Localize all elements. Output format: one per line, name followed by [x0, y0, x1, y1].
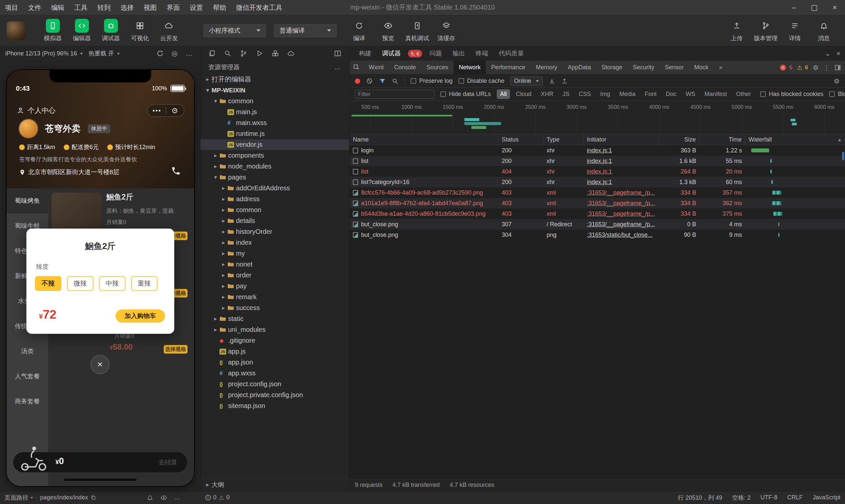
spice-option[interactable]: 微辣: [67, 276, 93, 291]
column-header-Time[interactable]: Time: [700, 134, 745, 145]
user-avatar[interactable]: [6, 21, 25, 40]
call-store-button[interactable]: [171, 166, 181, 176]
language-mode[interactable]: JavaScript: [813, 494, 840, 501]
type-filter-Manifest[interactable]: Manifest: [701, 89, 730, 99]
files-icon[interactable]: [205, 48, 219, 59]
request-row[interactable]: list?categoryId=16200xhrindex.js:11.3 kB…: [350, 177, 845, 187]
toolbar-button-真机调试[interactable]: 真机调试: [403, 19, 432, 42]
indent-setting[interactable]: 空格: 2: [732, 494, 751, 502]
tree-item-pay[interactable]: ▸pay: [200, 281, 349, 292]
tree-item-sitemap.json[interactable]: {}sitemap.json: [200, 400, 349, 411]
toolbar-button-上传[interactable]: 上传: [722, 19, 751, 42]
menubar-item[interactable]: 帮助: [208, 0, 231, 15]
cursor-position[interactable]: 行 20510，列 49: [678, 494, 722, 502]
screenshot-icon[interactable]: ◎: [169, 49, 180, 58]
request-row[interactable]: list200xhrindex.js:11.6 kB55 ms: [350, 156, 845, 166]
tree-item-MP-WEIXIN[interactable]: ▾MP-WEIXIN: [200, 85, 349, 96]
column-header-Size[interactable]: Size: [659, 134, 700, 145]
panel-tab-输出[interactable]: 输出: [448, 46, 470, 61]
request-row[interactable]: but_close.png307/ Redirect:31653/__pagef…: [350, 219, 845, 230]
devtools-tab-Memory[interactable]: Memory: [530, 61, 562, 74]
toolbar-button-模拟器[interactable]: 模拟器: [38, 19, 67, 42]
menubar-item[interactable]: 设置: [185, 0, 208, 15]
request-initiator-link[interactable]: :31653/__pageframe_/p...: [587, 200, 655, 207]
spice-option[interactable]: 不辣: [35, 276, 61, 291]
type-filter-JS[interactable]: JS: [559, 89, 573, 99]
inspect-icon[interactable]: [350, 61, 364, 74]
devtools-tab-Security[interactable]: Security: [628, 61, 659, 74]
add-to-cart-button[interactable]: 加入购物车: [116, 309, 165, 323]
page-path-selector[interactable]: 页面路径 ▾: [5, 494, 33, 502]
panel-tab-构建[interactable]: 构建: [354, 46, 376, 61]
menubar-item[interactable]: 选择: [116, 0, 139, 15]
devtools-tab-Wxml[interactable]: Wxml: [364, 61, 389, 74]
scrollbar-thumb[interactable]: [842, 152, 844, 160]
outline-section[interactable]: ▸ 大纲: [200, 478, 349, 491]
tree-item-main.js[interactable]: JSmain.js: [200, 107, 349, 118]
dock-side-icon[interactable]: [834, 64, 841, 71]
toolbar-button-编辑器[interactable]: 编辑器: [67, 19, 96, 42]
tree-item-components[interactable]: ▸components: [200, 150, 349, 161]
clear-requests-icon[interactable]: [366, 77, 373, 85]
menubar-item[interactable]: 工具: [69, 0, 92, 15]
throttling-select[interactable]: Online: [510, 76, 543, 86]
checkout-button[interactable]: 去结算: [158, 458, 177, 467]
blocked-requests-checkbox[interactable]: [829, 91, 835, 97]
source-control-icon[interactable]: [237, 48, 250, 59]
tree-item-nonet[interactable]: ▸nonet: [200, 259, 349, 270]
request-row[interactable]: login200xhrindex.js:1363 B1.22 s: [350, 145, 845, 156]
category-item[interactable]: 商务套餐: [6, 389, 48, 414]
toolbar-button-预览[interactable]: 预览: [374, 19, 403, 42]
extensions-icon[interactable]: [268, 48, 282, 59]
notification-icon[interactable]: [147, 494, 153, 501]
tree-item-vendor.js[interactable]: JSvendor.js: [200, 139, 349, 150]
panel-tab-终端[interactable]: 终端: [471, 46, 493, 61]
console-error-count[interactable]: × 5: [780, 64, 792, 71]
tree-item-common[interactable]: ▸common: [200, 204, 349, 215]
tree-item-index[interactable]: ▸index: [200, 237, 349, 248]
request-initiator-link[interactable]: index.js:1: [587, 179, 612, 186]
type-filter-All[interactable]: All: [497, 89, 510, 99]
tree-item-addOrEditAddress[interactable]: ▸addOrEditAddress: [200, 183, 349, 194]
tree-item-address[interactable]: ▸address: [200, 194, 349, 204]
devtools-tab-Storage[interactable]: Storage: [596, 61, 628, 74]
problems-indicator[interactable]: × 0 ⚠ 0: [205, 494, 230, 501]
toolbar-button-消息[interactable]: 消息: [809, 19, 839, 42]
toolbar-button-清缓存[interactable]: 清缓存: [432, 19, 461, 42]
toolbar-button-编译[interactable]: 编译: [345, 19, 374, 42]
category-item[interactable]: 蜀味烤鱼: [6, 188, 48, 213]
panel-tab-代码质量[interactable]: 代码质量: [494, 46, 528, 61]
request-initiator-link[interactable]: index.js:1: [587, 168, 612, 175]
type-filter-CSS[interactable]: CSS: [575, 89, 594, 99]
network-settings-icon[interactable]: ⚙: [834, 77, 840, 85]
type-filter-XHR[interactable]: XHR: [538, 89, 557, 99]
tabs-overflow[interactable]: »: [714, 61, 727, 74]
column-header-Type[interactable]: Type: [543, 134, 584, 145]
network-overview-timeline[interactable]: 500 ms1000 ms1500 ms2000 ms2500 ms3000 m…: [350, 101, 845, 134]
toolbar-button-版本管理[interactable]: 版本管理: [751, 19, 780, 42]
type-filter-Doc[interactable]: Doc: [663, 89, 680, 99]
type-filter-Font[interactable]: Font: [641, 89, 660, 99]
devtools-settings-icon[interactable]: ⚙: [813, 64, 818, 72]
close-button[interactable]: ×: [825, 0, 845, 15]
request-row[interactable]: b544d3ba-a1ae-4d20-a860-81cb5dec9e03.png…: [350, 209, 845, 219]
dialog-close-button[interactable]: ×: [90, 355, 110, 374]
preserve-log-checkbox[interactable]: [411, 78, 416, 84]
panel-tab-调试器[interactable]: 调试器: [377, 46, 405, 61]
request-initiator-link[interactable]: index.js:1: [587, 158, 612, 165]
toolbar-button-详情[interactable]: 详情: [780, 19, 809, 42]
request-initiator-link[interactable]: :31653/__pageframe_/p...: [587, 221, 655, 228]
tree-item-my[interactable]: ▸my: [200, 248, 349, 259]
tree-item-uni_modules[interactable]: ▸uni_modules: [200, 324, 349, 335]
tree-item-app.wxss[interactable]: #app.wxss: [200, 368, 349, 379]
devtools-tab-Sources[interactable]: Sources: [421, 61, 454, 74]
type-filter-WS[interactable]: WS: [682, 89, 699, 99]
console-warning-count[interactable]: ⚠ 6: [797, 64, 808, 71]
type-filter-Media[interactable]: Media: [616, 89, 639, 99]
minimize-button[interactable]: –: [784, 0, 804, 15]
category-item[interactable]: 人气套餐: [6, 364, 48, 389]
tree-item-static[interactable]: ▸static: [200, 313, 349, 324]
tree-item-details[interactable]: ▸details: [200, 215, 349, 226]
category-item[interactable]: 汤类: [6, 339, 48, 364]
request-initiator-link[interactable]: :31653/static/but_close...: [587, 232, 653, 238]
